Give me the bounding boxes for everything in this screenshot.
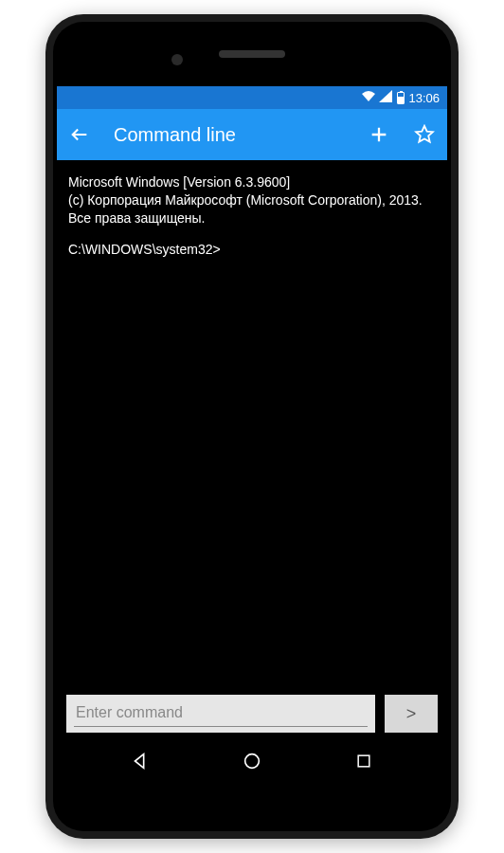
command-input[interactable] [76,704,366,721]
phone-frame: 13:06 Command line Microsoft Windows [Ve… [45,14,459,839]
status-time: 13:06 [408,91,440,105]
phone-bezel-top [53,22,451,86]
svg-rect-1 [358,755,369,767]
phone-inner: 13:06 Command line Microsoft Windows [Ve… [53,22,451,831]
battery-icon [397,92,405,104]
terminal-line: (c) Корпорация Майкрософт (Microsoft Cor… [68,191,436,227]
favorite-button[interactable] [413,123,436,146]
command-input-wrap [66,695,375,733]
phone-camera [171,54,183,65]
command-input-row: > [57,689,447,738]
terminal-line: Microsoft Windows [Version 6.3.9600] [68,173,436,191]
app-bar: Command line [57,109,447,160]
back-button[interactable] [68,123,91,146]
wifi-icon [361,90,376,105]
phone-bezel-bottom [53,784,451,831]
nav-recent-button[interactable] [335,747,392,775]
navigation-bar [57,738,447,784]
phone-speaker [219,50,285,58]
signal-icon [379,90,392,105]
nav-back-button[interactable] [112,747,169,775]
screen: 13:06 Command line Microsoft Windows [Ve… [57,86,447,784]
app-title: Command line [114,124,345,146]
status-bar: 13:06 [57,86,447,109]
status-icons [361,90,405,105]
svg-point-0 [245,754,260,769]
send-button[interactable]: > [385,695,438,733]
add-button[interactable] [368,123,390,146]
nav-home-button[interactable] [224,747,280,775]
terminal-prompt: C:\WINDOWS\system32> [68,241,436,259]
terminal-output[interactable]: Microsoft Windows [Version 6.3.9600] (c)… [57,160,447,689]
